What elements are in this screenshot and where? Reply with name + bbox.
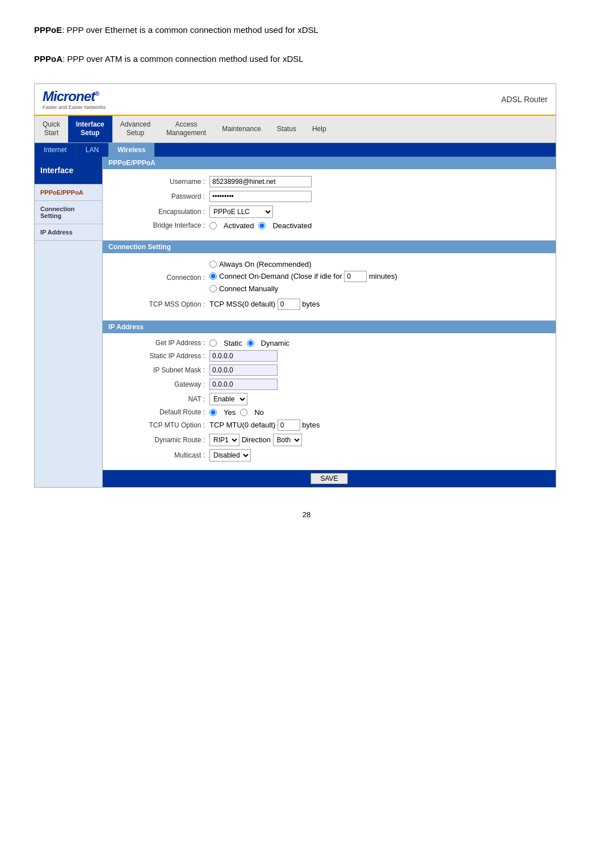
sidebar-pppoe-pppoa[interactable]: PPPoE/PPPoA [35, 184, 102, 201]
static-ip-input[interactable] [209, 350, 278, 362]
sidebar: Interface PPPoE/PPPoA Connection Setting… [35, 157, 103, 487]
brand-tagline: Faster and Easier Networks [43, 104, 106, 110]
bridge-radio-group: Activated Deactivated [209, 221, 312, 230]
nav-maintenance[interactable]: Maintenance [214, 120, 269, 137]
get-ip-label: Get IP Address : [114, 339, 205, 347]
connection-label: Connection : [114, 274, 205, 282]
sub-nav: Internet LAN Wireless [35, 143, 556, 157]
dynamic-label: Dynamic [261, 339, 290, 347]
on-demand-label: Connect On-Demand (Close if idle for [219, 272, 342, 280]
default-route-radio-group: Yes No [209, 408, 264, 417]
nat-row: NAT : Enable Disable [114, 393, 544, 405]
tcp-mss-row: TCP MSS Option : TCP MSS(0 default) byte… [114, 299, 544, 310]
sidebar-connection-setting[interactable]: Connection Setting [35, 201, 102, 224]
save-button[interactable]: SAVE [310, 473, 347, 484]
nav-help[interactable]: Help [304, 120, 334, 137]
default-route-row: Default Route : Yes No [114, 408, 544, 417]
tcp-mss-unit: bytes [302, 300, 320, 308]
subnav-lan[interactable]: LAN [77, 143, 108, 157]
nat-label: NAT : [114, 395, 205, 403]
nav-interface-setup[interactable]: Interface Setup [68, 116, 112, 142]
dynamic-route-row: Dynamic Route : RIP1 RIP2 Direction Both… [114, 434, 544, 446]
tcp-mss-label: TCP MSS Option : [114, 300, 205, 308]
default-route-no-label: No [254, 408, 264, 417]
encapsulation-select[interactable]: PPPoE LLC PPPoE VC-Mux PPPoA LLC PPPoA V… [209, 206, 273, 218]
sidebar-ip-address[interactable]: IP Address [35, 224, 102, 241]
subnav-wireless[interactable]: Wireless [108, 143, 155, 157]
idle-minutes-input[interactable] [344, 271, 367, 282]
nav-advanced-setup[interactable]: Advanced Setup [112, 116, 158, 142]
page-number: 28 [34, 510, 579, 519]
subnav-internet[interactable]: Internet [35, 143, 77, 157]
static-ip-row: Static IP Address : [114, 350, 544, 362]
static-radio[interactable] [209, 339, 217, 347]
nav-status[interactable]: Status [269, 120, 304, 137]
encapsulation-label: Encapsulation : [114, 208, 205, 216]
dynamic-radio[interactable] [247, 339, 254, 347]
tcp-mtu-text: TCP MTU(0 default) [209, 421, 275, 429]
sidebar-main-label: Interface [35, 157, 102, 184]
dynamic-route-label: Dynamic Route : [114, 436, 205, 444]
gateway-label: Gateway : [114, 380, 205, 388]
manually-label: Connect Manually [219, 284, 278, 293]
direction-label: Direction [242, 435, 271, 444]
encapsulation-row: Encapsulation : PPPoE LLC PPPoE VC-Mux P… [114, 206, 544, 218]
intro-block: PPPoE: PPP over Ethernet is a common con… [34, 23, 579, 66]
static-ip-label: Static IP Address : [114, 352, 205, 360]
nav-bar: Quick Start Interface Setup Advanced Set… [35, 116, 556, 143]
pppoa-label: PPPoA [34, 54, 62, 64]
bridge-activated-label: Activated [224, 221, 254, 230]
multicast-select[interactable]: Disabled IGMP v1 IGMP v2 [209, 449, 251, 462]
static-label: Static [224, 339, 242, 347]
brand-block: Micronet® Faster and Easier Networks [43, 89, 106, 110]
nav-quick-start[interactable]: Quick Start [35, 116, 68, 142]
subnet-mask-input[interactable] [209, 364, 278, 376]
pppoe-label: PPPoE [34, 25, 62, 35]
bridge-row: Bridge Interface : Activated Deactivated [114, 221, 544, 230]
direction-select[interactable]: Both In Out [273, 434, 302, 446]
tcp-mtu-label: TCP MTU Option : [114, 421, 205, 429]
router-header: Micronet® Faster and Easier Networks ADS… [35, 84, 556, 116]
bridge-activated-radio[interactable] [209, 222, 217, 229]
default-route-yes-label: Yes [224, 408, 236, 417]
subnet-mask-row: IP Subnet Mask : [114, 364, 544, 376]
dynamic-route-select[interactable]: RIP1 RIP2 [209, 434, 240, 446]
tcp-mtu-row: TCP MTU Option : TCP MTU(0 default) byte… [114, 420, 544, 431]
always-on-radio[interactable] [209, 261, 217, 268]
pppoa-desc: : PPP over ATM is a common connection me… [62, 54, 304, 64]
on-demand-radio[interactable] [209, 272, 217, 280]
gateway-row: Gateway : [114, 379, 544, 390]
manually-radio[interactable] [209, 285, 217, 292]
pppoe-form: Username : Password : Encapsulation : PP… [103, 169, 556, 241]
username-row: Username : [114, 176, 544, 187]
multicast-label: Multicast : [114, 451, 205, 459]
pppoe-section-header: PPPoE/PPPoA [103, 157, 556, 169]
bridge-deactivated-label: Deactivated [272, 221, 312, 230]
content-area: PPPoE/PPPoA Username : Password : Encaps… [103, 157, 556, 487]
multicast-row: Multicast : Disabled IGMP v1 IGMP v2 [114, 449, 544, 462]
nav-access-management[interactable]: Access Management [158, 116, 214, 142]
default-route-no-radio[interactable] [240, 409, 247, 416]
gateway-input[interactable] [209, 379, 278, 390]
brand-logo: Micronet® [43, 89, 106, 104]
on-demand-row: Connect On-Demand (Close if idle for min… [209, 271, 397, 282]
password-label: Password : [114, 192, 205, 200]
pppoe-desc: : PPP over Ethernet is a common connecti… [62, 25, 318, 35]
connection-options: Always On (Recommended) Connect On-Deman… [209, 260, 397, 295]
password-row: Password : [114, 191, 544, 202]
always-on-label: Always On (Recommended) [219, 260, 312, 269]
get-ip-radio-group: Static Dynamic [209, 339, 289, 347]
tcp-mtu-input[interactable] [278, 420, 300, 431]
ip-section-header: IP Address [103, 321, 556, 333]
get-ip-row: Get IP Address : Static Dynamic [114, 339, 544, 347]
connection-section-header: Connection Setting [103, 241, 556, 253]
password-input[interactable] [209, 191, 312, 202]
username-input[interactable] [209, 176, 312, 187]
connection-form: Connection : Always On (Recommended) Con… [103, 253, 556, 321]
tcp-mss-text: TCP MSS(0 default) [209, 300, 275, 308]
nat-select[interactable]: Enable Disable [209, 393, 247, 405]
default-route-yes-radio[interactable] [209, 409, 217, 416]
minutes-label: minutes) [369, 272, 397, 280]
bridge-deactivated-radio[interactable] [258, 222, 266, 229]
tcp-mss-input[interactable] [278, 299, 300, 310]
